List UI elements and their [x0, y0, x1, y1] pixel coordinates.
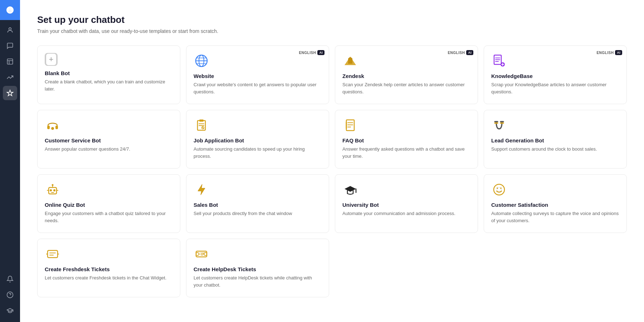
- card-title: University Bot: [342, 202, 470, 208]
- sidebar-item-notifications[interactable]: [3, 272, 17, 286]
- badge-ai: AI: [317, 50, 325, 55]
- bot-card-website-bot[interactable]: ENGLISH AI Website Crawl your website's …: [186, 45, 329, 104]
- card-title: Zendesk: [342, 73, 470, 79]
- card-title: Sales Bot: [194, 202, 322, 208]
- bot-card-university-bot[interactable]: University Bot Automate your communicati…: [335, 174, 478, 233]
- card-desc: Scrap your KnowledgeBase articles to ans…: [491, 81, 619, 95]
- sidebar-item-home[interactable]: [3, 23, 17, 37]
- card-icon: [491, 182, 507, 197]
- card-icon: [194, 246, 209, 262]
- bot-card-sales-bot[interactable]: Sales Bot Sell your products directly fr…: [186, 174, 329, 233]
- svg-point-36: [494, 184, 504, 195]
- svg-rect-16: [199, 119, 204, 122]
- card-title: Online Quiz Bot: [45, 202, 173, 208]
- page-title: Set up your chatbot: [37, 14, 627, 25]
- card-desc: Engage your customers with a chatbot qui…: [45, 210, 173, 224]
- card-desc: Create a blank chatbot, which you can tr…: [45, 78, 173, 92]
- bot-card-zendesk-bot[interactable]: ENGLISH AI Zendesk Scan your Zendesk hel…: [335, 45, 478, 104]
- card-title: Website: [194, 73, 322, 79]
- card-title: Job Application Bot: [194, 137, 322, 143]
- svg-rect-13: [55, 126, 58, 129]
- sidebar-logo[interactable]: [0, 0, 20, 20]
- card-icon: [194, 117, 209, 133]
- bots-grid: + Blank Bot Create a blank chatbot, whic…: [37, 45, 627, 297]
- svg-rect-40: [48, 250, 58, 258]
- card-title: FAQ Bot: [342, 137, 470, 143]
- card-title: Create Freshdesk Tickets: [45, 266, 173, 272]
- bot-card-customer-satisfaction-bot[interactable]: Customer Satisfaction Automate collectin…: [484, 174, 627, 233]
- svg-rect-2: [8, 59, 13, 64]
- sidebar-nav: [3, 20, 17, 269]
- sidebar-item-learn[interactable]: [3, 303, 17, 318]
- bot-card-blank-bot[interactable]: + Blank Bot Create a blank chatbot, whic…: [37, 45, 180, 104]
- sidebar-bottom: [3, 269, 17, 322]
- card-icon: [342, 53, 358, 69]
- badge-ai: AI: [615, 50, 622, 55]
- sidebar-item-analytics[interactable]: [3, 70, 17, 84]
- card-title: Customer Service Bot: [45, 137, 173, 143]
- card-icon: +: [45, 53, 58, 66]
- svg-point-45: [196, 253, 199, 255]
- card-desc: Automate your communication and admissio…: [342, 210, 470, 217]
- svg-marker-34: [345, 186, 356, 192]
- sidebar-item-inbox[interactable]: [3, 54, 17, 69]
- card-title: Blank Bot: [45, 70, 173, 76]
- badge-lang: ENGLISH: [596, 51, 614, 55]
- bot-card-lead-generation-bot[interactable]: Lead Generation Bot Support customers ar…: [484, 110, 627, 169]
- svg-rect-12: [47, 126, 50, 129]
- bot-card-customer-service-bot[interactable]: Customer Service Bot Answer popular cust…: [37, 110, 180, 169]
- card-desc: Sell your products directly from the cha…: [194, 210, 322, 217]
- card-badges: ENGLISH AI: [448, 50, 473, 55]
- svg-rect-24: [346, 122, 347, 129]
- card-badges: ENGLISH AI: [596, 50, 622, 55]
- bot-card-online-quiz-bot[interactable]: Online Quiz Bot Engage your customers wi…: [37, 174, 180, 233]
- badge-ai: AI: [466, 50, 473, 55]
- card-desc: Automate collecting surveys to capture t…: [491, 210, 619, 224]
- bot-card-helpdesk-tickets-bot[interactable]: Create HelpDesk Tickets Let customers cr…: [186, 239, 329, 297]
- card-icon: [491, 117, 507, 133]
- main-content: Set up your chatbot Train your chatbot w…: [20, 0, 644, 322]
- card-icon: [45, 117, 60, 133]
- svg-point-26: [50, 189, 52, 191]
- card-desc: Crawl your website's content to get answ…: [194, 81, 322, 95]
- svg-point-14: [52, 127, 54, 130]
- card-title: Create HelpDesk Tickets: [194, 266, 322, 272]
- card-icon: [342, 117, 358, 133]
- card-title: KnowledgeBase: [491, 73, 619, 79]
- svg-point-27: [53, 189, 55, 191]
- bot-card-faq-bot[interactable]: FAQ Bot Answer frequently asked question…: [335, 110, 478, 169]
- badge-lang: ENGLISH: [299, 51, 316, 55]
- sidebar: [0, 0, 20, 322]
- page-subtitle: Train your chatbot with data, use our re…: [37, 28, 627, 34]
- card-desc: Answer popular customer questions 24/7.: [45, 146, 173, 153]
- card-icon: [45, 246, 60, 262]
- bot-card-knowledgebase-bot[interactable]: ENGLISH AI KnowledgeBase Scrap your Know…: [484, 45, 627, 104]
- card-desc: Let customers create Freshdesk tickets i…: [45, 274, 173, 282]
- sidebar-item-bots[interactable]: [3, 86, 17, 100]
- bot-card-job-application-bot[interactable]: Job Application Bot Automate sourcing ca…: [186, 110, 329, 169]
- card-icon: [194, 182, 209, 197]
- sidebar-item-conversations[interactable]: [3, 39, 17, 53]
- card-icon: [194, 53, 209, 69]
- card-icon: [45, 182, 60, 197]
- card-icon: [342, 182, 358, 197]
- card-title: Lead Generation Bot: [491, 137, 619, 143]
- card-desc: Support customers around the clock to bo…: [491, 146, 619, 153]
- badge-lang: ENGLISH: [448, 51, 465, 55]
- svg-marker-33: [198, 184, 205, 195]
- card-desc: Scan your Zendesk help center articles t…: [342, 81, 470, 95]
- card-title: Customer Satisfaction: [491, 202, 619, 208]
- bot-card-freshdesk-tickets-bot[interactable]: Create Freshdesk Tickets Let customers c…: [37, 239, 180, 297]
- svg-point-30: [52, 184, 54, 186]
- card-desc: Let customers create HelpDesk tickets wh…: [194, 274, 322, 288]
- svg-point-1: [9, 28, 11, 30]
- card-icon: [491, 53, 507, 69]
- card-badges: ENGLISH AI: [299, 50, 325, 55]
- sidebar-item-help[interactable]: [3, 288, 17, 302]
- card-desc: Automate sourcing candidates to speed up…: [194, 146, 322, 160]
- card-desc: Answer frequently asked questions with a…: [342, 146, 470, 160]
